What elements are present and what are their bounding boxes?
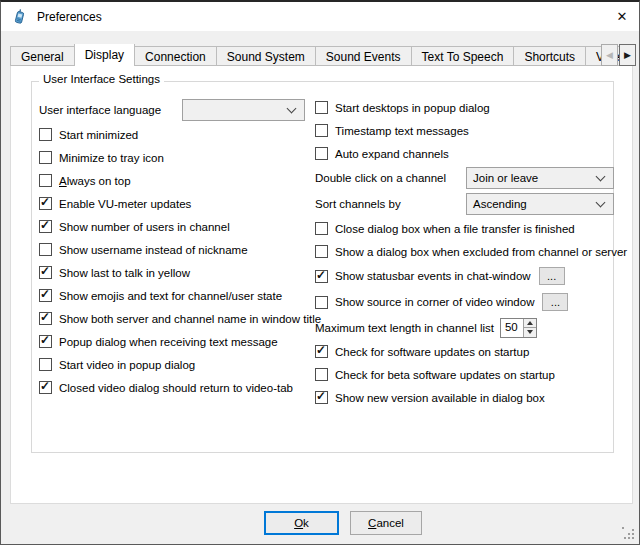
checkbox-row[interactable]: Auto expand channels [315,142,614,165]
checkbox[interactable] [39,174,52,187]
language-select[interactable] [182,99,305,121]
checkbox-row[interactable]: Start minimized [39,123,305,146]
checkbox-label: Show a dialog box when excluded from cha… [335,246,627,258]
close-button[interactable]: ✕ [605,2,639,31]
checkbox-label: Show statusbar events in chat-window [335,270,531,282]
resize-grip[interactable] [622,527,635,540]
checkbox-label: Show last to talk in yellow [59,267,190,279]
chevron-down-icon [596,171,606,181]
tab-display[interactable]: Display [74,44,135,66]
cancel-button[interactable]: Cancel [350,511,422,535]
max-text-length-spinner[interactable]: 50 [500,318,537,338]
checkbox-row[interactable]: Show number of users in channel [39,215,305,238]
user-interface-settings-group: User Interface Settings User interface l… [31,81,614,453]
statusbar-events-more-button[interactable]: ... [539,267,565,285]
ok-button[interactable]: Ok [264,511,339,535]
checkbox[interactable] [39,243,52,256]
sort-channels-select[interactable]: Ascending [466,193,614,215]
checkbox[interactable] [39,151,52,164]
checkbox[interactable] [315,270,328,283]
checkbox[interactable] [39,289,52,302]
checkbox[interactable] [39,197,52,210]
tab-general[interactable]: General [10,46,75,66]
right-column: Start desktops in popup dialog Timestamp… [315,96,614,409]
checkbox[interactable] [39,128,52,141]
checkbox-label: Show username instead of nickname [59,244,248,256]
checkbox-row[interactable]: Minimize to tray icon [39,146,305,169]
sort-channels-label: Sort channels by [315,198,401,210]
sort-channels-row: Sort channels by Ascending [315,191,614,217]
statusbar-events-row[interactable]: Show statusbar events in chat-window ... [315,263,614,289]
max-text-length-label: Maximum text length in channel list [315,322,494,334]
checkbox[interactable] [39,335,52,348]
checkbox-row[interactable]: Start video in popup dialog [39,353,305,376]
tab-sound-system[interactable]: Sound System [216,46,316,66]
checkbox-label: Enable VU-meter updates [59,198,191,210]
video-source-row[interactable]: Show source in corner of video window ..… [315,289,614,315]
checkbox-label: Always on top [59,175,131,187]
tab-bar: General Display Connection Sound System … [10,44,636,66]
checkbox[interactable] [315,391,328,404]
checkbox-row[interactable]: Show last to talk in yellow [39,261,305,284]
checkbox-label: Show new version available in dialog box [335,392,545,404]
checkbox-row[interactable]: Show emojis and text for channel/user st… [39,284,305,307]
checkbox[interactable] [315,296,328,309]
tab-sound-events[interactable]: Sound Events [315,46,412,66]
preferences-dialog: Preferences ✕ General Display Connection… [0,0,640,545]
tab-connection[interactable]: Connection [134,46,217,66]
tab-text-to-speech[interactable]: Text To Speech [411,46,515,66]
checkbox-row[interactable]: Show new version available in dialog box [315,386,614,409]
tab-scroll-right-icon[interactable]: ▶ [619,44,636,66]
checkbox[interactable] [39,266,52,279]
checkbox[interactable] [315,124,328,137]
checkbox-label: Show emojis and text for channel/user st… [59,290,282,302]
checkbox-label: Minimize to tray icon [59,152,164,164]
tab-pane-display: User Interface Settings User interface l… [10,65,633,504]
tab-scrollers: ◀ ▶ [601,44,636,66]
checkbox-row[interactable]: Closed video dialog should return to vid… [39,376,305,399]
checkbox-label: Show source in corner of video window [335,296,534,308]
checkbox-label: Start minimized [59,129,138,141]
checkbox-label: Auto expand channels [335,148,449,160]
left-column: User interface language Start minimized … [39,98,305,399]
checkbox-row[interactable]: Show username instead of nickname [39,238,305,261]
tab-scroll-left-icon[interactable]: ◀ [601,44,618,66]
chevron-down-icon [596,197,606,207]
titlebar[interactable]: Preferences ✕ [1,2,639,31]
spin-up-icon [527,321,533,325]
checkbox-label: Start video in popup dialog [59,359,195,371]
app-icon [12,9,28,25]
tab-shortcuts[interactable]: Shortcuts [513,46,586,66]
double-click-select[interactable]: Join or leave [466,167,614,189]
checkbox[interactable] [315,245,328,258]
checkbox[interactable] [315,345,328,358]
double-click-label: Double click on a channel [315,172,446,184]
checkbox[interactable] [39,312,52,325]
spin-down-button[interactable] [524,328,536,337]
language-label: User interface language [39,104,161,116]
checkbox-row[interactable]: Check for software updates on startup [315,340,614,363]
checkbox-row[interactable]: Show a dialog box when excluded from cha… [315,240,614,263]
checkbox[interactable] [39,358,52,371]
video-source-more-button[interactable]: ... [542,293,568,311]
checkbox[interactable] [315,101,328,114]
checkbox-row[interactable]: Check for beta software updates on start… [315,363,614,386]
spin-up-button[interactable] [524,319,536,329]
checkbox-row[interactable]: Always on top [39,169,305,192]
checkbox-row[interactable]: Enable VU-meter updates [39,192,305,215]
checkbox[interactable] [39,381,52,394]
checkbox-row[interactable]: Close dialog box when a file transfer is… [315,217,614,240]
checkbox-label: Show number of users in channel [59,221,230,233]
checkbox-row[interactable]: Start desktops in popup dialog [315,96,614,119]
checkbox[interactable] [315,368,328,381]
checkbox-label: Check for software updates on startup [335,346,529,358]
checkbox[interactable] [315,222,328,235]
checkbox-row[interactable]: Popup dialog when receiving text message [39,330,305,353]
checkbox-row[interactable]: Show both server and channel name in win… [39,307,305,330]
checkbox-label: Timestamp text messages [335,125,469,137]
group-title: User Interface Settings [39,73,164,85]
checkbox-label: Popup dialog when receiving text message [59,336,278,348]
checkbox-row[interactable]: Timestamp text messages [315,119,614,142]
checkbox[interactable] [39,220,52,233]
checkbox[interactable] [315,147,328,160]
